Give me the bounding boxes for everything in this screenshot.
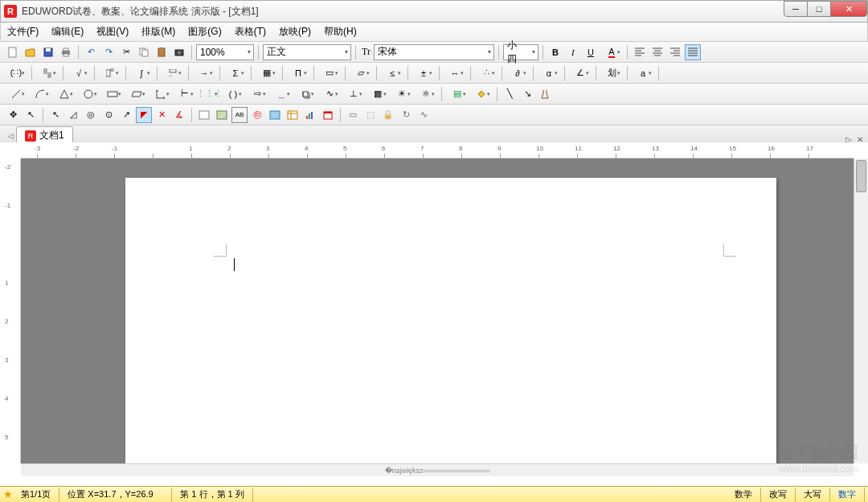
angle-icon[interactable]: ∠: [569, 65, 592, 81]
align-justify-button[interactable]: [685, 44, 701, 60]
lessthan-icon[interactable]: ≤: [381, 65, 403, 81]
select-target-icon[interactable]: ◎: [83, 107, 99, 123]
insert-picture-icon[interactable]: [267, 107, 283, 123]
insert-image-icon[interactable]: [214, 107, 230, 123]
menu-layout[interactable]: 排版(M): [141, 25, 175, 39]
bracket-icon[interactable]: (∷): [5, 65, 27, 81]
font-size-combo[interactable]: 小四: [503, 44, 538, 60]
status-num[interactable]: 数字: [830, 488, 865, 502]
stroke-hua-icon[interactable]: 划: [600, 65, 623, 81]
document-canvas[interactable]: [21, 158, 854, 463]
matrix2-icon[interactable]: ▦: [256, 65, 278, 81]
arrow-line-icon[interactable]: ↘: [519, 86, 535, 102]
status-insert[interactable]: 改写: [761, 488, 796, 502]
box-icon[interactable]: ▭: [318, 65, 341, 81]
open-button[interactable]: [23, 44, 39, 60]
underline-button[interactable]: U: [583, 44, 599, 60]
leftrightarrow-icon[interactable]: ↔: [444, 65, 466, 81]
axis-icon[interactable]: [149, 86, 172, 102]
menu-help[interactable]: 帮助(H): [324, 25, 357, 39]
sigma-icon[interactable]: Σ: [224, 65, 247, 81]
chart-icon[interactable]: ▤: [446, 86, 469, 102]
wave-icon[interactable]: ∿: [318, 86, 341, 102]
sun-icon[interactable]: ☀: [391, 86, 413, 102]
scrollbar-thumb[interactable]: [856, 160, 866, 192]
diag-line-icon[interactable]: ╲: [502, 86, 518, 102]
fill-icon[interactable]: [470, 86, 493, 102]
tab-nav-left-icon[interactable]: ◁: [5, 128, 16, 144]
align-left-button[interactable]: [632, 44, 648, 60]
insert-chart-icon[interactable]: [302, 107, 318, 123]
perp-icon[interactable]: ⊥: [342, 86, 365, 102]
line-icon[interactable]: [5, 86, 27, 102]
align-right-button[interactable]: [667, 44, 683, 60]
plusminus-icon[interactable]: ±: [412, 65, 435, 81]
root-icon[interactable]: √: [68, 65, 90, 81]
tool2-icon[interactable]: ⬚: [362, 107, 379, 123]
horizontal-ruler[interactable]: -3-2-11234567891011121314151617: [21, 142, 854, 158]
save-button[interactable]: [40, 44, 56, 60]
beaker-icon[interactable]: [537, 86, 553, 102]
tool1-icon[interactable]: ▭: [345, 107, 361, 123]
integral-icon[interactable]: ∫: [130, 65, 153, 81]
italic-button[interactable]: I: [565, 44, 581, 60]
3d-icon[interactable]: [294, 86, 317, 102]
circle-icon[interactable]: [77, 86, 100, 102]
menu-edit[interactable]: 编辑(E): [51, 25, 84, 39]
mark-angle-icon[interactable]: ∡: [171, 107, 187, 123]
insert-textbox-icon[interactable]: AB: [231, 107, 248, 123]
paren-icon[interactable]: ( ): [222, 86, 244, 102]
minimize-button[interactable]: ─: [784, 1, 808, 17]
camera-button[interactable]: [171, 44, 187, 60]
tool5-icon[interactable]: ∿: [416, 107, 432, 123]
vertical-scrollbar[interactable]: [854, 158, 868, 463]
parallelogram-icon[interactable]: [125, 86, 148, 102]
prod-icon[interactable]: Π: [287, 65, 309, 81]
insert-calendar-icon[interactable]: [320, 107, 336, 123]
copy-button[interactable]: [136, 44, 152, 60]
bold-button[interactable]: B: [547, 44, 563, 60]
insert-stamp-icon[interactable]: ㊞: [249, 107, 265, 123]
overline-icon[interactable]: ▱: [350, 65, 372, 81]
triangle-icon[interactable]: [53, 86, 76, 102]
arrow-shape-icon[interactable]: ⇨: [246, 86, 268, 102]
redo-button[interactable]: ↷: [100, 44, 117, 60]
menu-play[interactable]: 放映(P): [279, 25, 311, 39]
status-math[interactable]: 数学: [727, 488, 761, 502]
select-triangle-icon[interactable]: ◿: [65, 107, 81, 123]
alpha-icon[interactable]: α: [538, 65, 560, 81]
arc-icon[interactable]: [29, 86, 51, 102]
horizontal-scrollbar[interactable]: �największ═════════════: [21, 463, 854, 476]
align-center-button[interactable]: [649, 44, 665, 60]
status-caps[interactable]: 大写: [796, 488, 830, 502]
vector-icon[interactable]: →: [193, 65, 215, 81]
font-combo[interactable]: 宋体: [374, 44, 494, 60]
pointer-icon[interactable]: ↖: [23, 107, 39, 123]
insert-box-icon[interactable]: [196, 107, 212, 123]
limit-icon[interactable]: →: [162, 65, 184, 81]
menu-view[interactable]: 视图(V): [96, 25, 129, 39]
document-tab[interactable]: R 文档1: [16, 126, 73, 144]
atom-icon[interactable]: ⚛: [415, 86, 437, 102]
menu-graphics[interactable]: 图形(G): [188, 25, 221, 39]
vertical-ruler[interactable]: -2-11234567: [0, 158, 21, 463]
grid-dots-icon[interactable]: ⋮⋮⋮: [198, 86, 220, 102]
mark-red-icon[interactable]: ◤: [136, 107, 152, 123]
select-icon[interactable]: ↖: [47, 107, 63, 123]
print-button[interactable]: [58, 44, 74, 60]
ruler-icon[interactable]: ⊢: [174, 86, 196, 102]
select-point-icon[interactable]: ⊙: [100, 107, 117, 123]
sup-sub-icon[interactable]: [99, 65, 121, 81]
menu-table[interactable]: 表格(T): [235, 25, 266, 39]
style-combo[interactable]: 正文: [263, 44, 351, 60]
star-icon[interactable]: ★: [3, 488, 13, 500]
stroke-a-icon[interactable]: a: [632, 65, 654, 81]
select-lasso-icon[interactable]: ↗: [118, 107, 134, 123]
close-button[interactable]: ✕: [830, 1, 867, 17]
partial-icon[interactable]: ∂: [506, 65, 529, 81]
undo-button[interactable]: ↶: [83, 44, 99, 60]
menu-file[interactable]: 文件(F): [7, 25, 39, 39]
font-color-button[interactable]: A: [600, 44, 623, 60]
page[interactable]: [125, 178, 776, 463]
lock-icon[interactable]: 🔒: [380, 107, 396, 123]
